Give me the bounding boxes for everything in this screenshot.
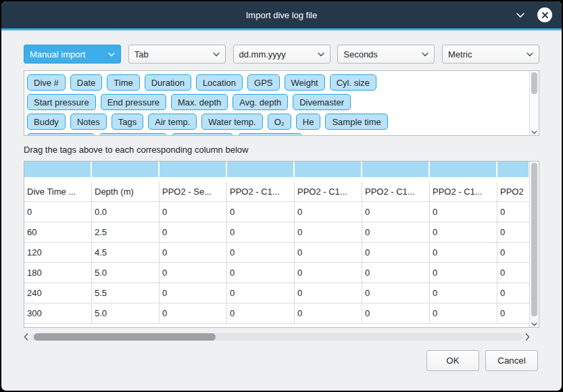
drop-target-cell[interactable]: [430, 162, 497, 178]
tag-end-pressure[interactable]: End pressure: [101, 94, 166, 110]
table-cell: 0: [160, 263, 227, 283]
table-cell: 240: [24, 283, 92, 303]
tag-air-temp[interactable]: Air temp.: [148, 114, 197, 130]
tag-sample-depth[interactable]: Sample depth: [27, 133, 95, 135]
table-cell: 5.0: [92, 303, 160, 324]
tag-water-temp[interactable]: Water temp.: [201, 114, 262, 130]
table-cell: 0: [295, 303, 362, 324]
instruction-label: Drag the tags above to each correspondin…: [24, 145, 539, 155]
close-icon[interactable]: [537, 7, 552, 22]
table-cell: 0: [497, 222, 529, 243]
chevron-down-icon: [108, 52, 115, 57]
table-cell: 0: [227, 202, 295, 222]
table-cell: 0: [362, 263, 430, 283]
window-title: Import dive log file: [246, 10, 318, 20]
tag-he[interactable]: He: [296, 114, 321, 130]
table-cell: 0: [295, 222, 362, 243]
drop-target-cell[interactable]: [227, 162, 295, 178]
tag-divemaster[interactable]: Divemaster: [293, 94, 351, 110]
table-cell: 300: [24, 303, 92, 324]
preview-table: Dive Time ...Depth (m)PPO2 - Se...PPO2 -…: [24, 161, 539, 328]
dialog-content: Manual import Tab dd.mm.yyyy Seconds Met…: [1, 30, 562, 391]
field-separator-combo[interactable]: Tab: [128, 45, 226, 64]
cancel-button[interactable]: Cancel: [485, 350, 538, 371]
drop-target-cell[interactable]: [24, 162, 92, 178]
tag-max-depth[interactable]: Max. depth: [171, 94, 228, 110]
combo-value: Tab: [134, 49, 213, 59]
tag-avg-depth[interactable]: Avg. depth: [232, 94, 288, 110]
chevron-down-icon[interactable]: [516, 12, 525, 18]
duration-format-combo[interactable]: Seconds: [337, 45, 435, 64]
dialog-buttons: OK Cancel: [24, 350, 539, 371]
combo-value: Metric: [448, 49, 527, 59]
table-cell: 120: [24, 243, 92, 263]
tag-cyl-size[interactable]: Cyl. size: [330, 74, 376, 91]
table-cell: 0: [295, 263, 362, 283]
chevron-down-icon: [422, 52, 429, 57]
table-cell: 0.0: [92, 202, 160, 222]
table-cell: 0: [227, 263, 295, 283]
titlebar[interactable]: Import dive log file: [1, 1, 562, 28]
scrollbar-thumb[interactable]: [531, 163, 537, 316]
drop-target-cell[interactable]: [92, 162, 160, 178]
column-header: PPO2 - Se...: [160, 182, 227, 202]
tag-panel: Dive #DateTimeDurationLocationGPSWeightC…: [24, 70, 539, 136]
column-header: PPO2 - C1...: [362, 182, 430, 202]
tag-notes[interactable]: Notes: [70, 114, 107, 130]
tag-row: Start pressureEnd pressureMax. depthAvg.…: [27, 94, 527, 110]
scroll-down-icon[interactable]: [530, 322, 539, 326]
scroll-down-icon[interactable]: [530, 130, 539, 134]
tag-row: BuddyNotesTagsAir temp.Water temp.O₂HeSa…: [27, 114, 527, 130]
table-cell: 60: [24, 222, 92, 243]
tag-gps[interactable]: GPS: [247, 74, 279, 91]
tag-weight[interactable]: Weight: [285, 74, 325, 91]
table-vertical-scrollbar[interactable]: [529, 162, 539, 327]
table-cell: 0: [160, 243, 227, 263]
tag-panel-scrollbar[interactable]: [529, 71, 539, 135]
drop-target-cell[interactable]: [160, 162, 227, 178]
table-cell: 0: [227, 303, 295, 324]
chevron-down-icon: [527, 52, 533, 57]
table-cell: 0: [497, 263, 529, 283]
tag-sample-temp[interactable]: Sample temp.: [99, 133, 167, 135]
table-cell: 0: [227, 222, 295, 243]
tag-tags[interactable]: Tags: [112, 114, 143, 130]
table-cell: 0: [430, 303, 497, 324]
date-format-combo[interactable]: dd.mm.yyyy: [233, 45, 331, 64]
import-dialog-window: Import dive log file Manual import Tab: [1, 1, 562, 391]
tag-time[interactable]: Time: [107, 74, 139, 91]
units-combo[interactable]: Metric: [442, 45, 539, 64]
tag-sample-cns[interactable]: Sample CNS: [238, 133, 302, 135]
tag-date[interactable]: Date: [70, 74, 102, 91]
tag-sample-time[interactable]: Sample time: [325, 114, 387, 130]
table-cell: 0: [497, 283, 529, 303]
scroll-left-icon[interactable]: [24, 333, 28, 341]
ok-button[interactable]: OK: [426, 350, 479, 371]
tag-dive[interactable]: Dive #: [27, 74, 66, 91]
tag-location[interactable]: Location: [196, 74, 243, 91]
horizontal-scrollbar[interactable]: [24, 332, 539, 341]
tag-duration[interactable]: Duration: [145, 74, 191, 91]
table-cell: 0: [160, 222, 227, 243]
tag-o[interactable]: O₂: [268, 114, 291, 130]
hscroll-thumb[interactable]: [34, 333, 216, 341]
tag-start-pressure[interactable]: Start pressure: [27, 94, 96, 110]
drop-target-cell[interactable]: [497, 162, 529, 178]
import-options-row: Manual import Tab dd.mm.yyyy Seconds Met…: [24, 45, 539, 64]
table-cell: 0: [227, 283, 295, 303]
hscroll-track[interactable]: [31, 333, 522, 341]
screen: Import dive log file Manual import Tab: [0, 0, 563, 392]
table-cell: 0: [497, 202, 529, 222]
drop-target-cell[interactable]: [362, 162, 430, 178]
drop-target-cell[interactable]: [295, 162, 362, 178]
scrollbar-thumb[interactable]: [531, 72, 537, 94]
scroll-right-icon[interactable]: [525, 333, 530, 341]
tag-row: Dive #DateTimeDurationLocationGPSWeightC…: [27, 74, 527, 91]
chevron-down-icon: [318, 52, 324, 57]
table-cell: 0: [430, 222, 497, 243]
titlebar-icons: [516, 1, 552, 28]
import-mode-combo[interactable]: Manual import: [24, 45, 121, 64]
tag-sample-po[interactable]: Sample pO₂: [172, 133, 232, 135]
column-header: Dive Time ...: [24, 182, 92, 202]
tag-buddy[interactable]: Buddy: [27, 114, 66, 130]
